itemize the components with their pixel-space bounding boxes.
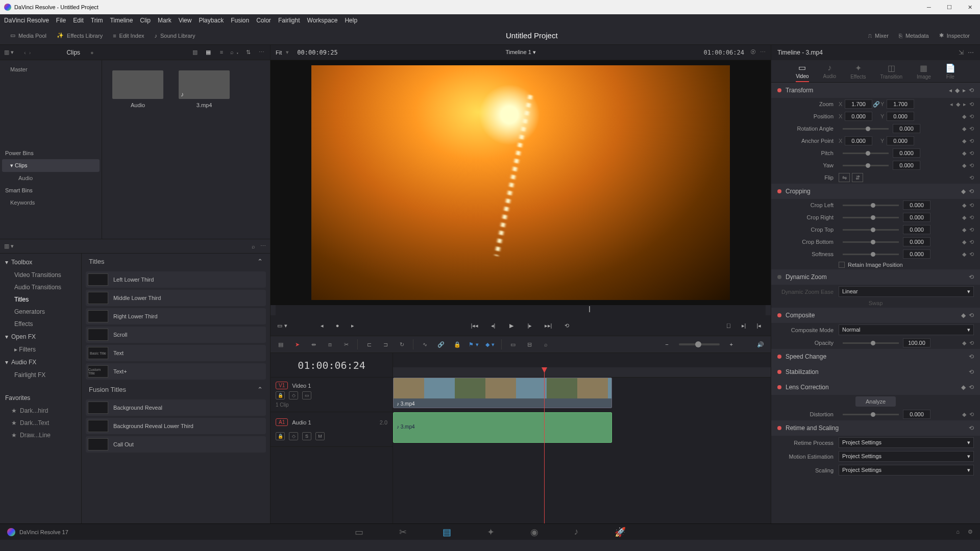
yaw-input[interactable]: 0.000 xyxy=(893,161,920,170)
favorite-item[interactable]: ★ Dark...hird xyxy=(0,405,81,417)
motion-estimation-select[interactable]: Project Settings▾ xyxy=(839,451,974,462)
minimize-button[interactable]: ─ xyxy=(919,0,939,14)
lens-correction-header[interactable]: Lens Correction◆⟲ xyxy=(771,380,980,395)
menu-color[interactable]: Color xyxy=(256,17,271,24)
menu-edit[interactable]: Edit xyxy=(73,17,84,24)
crop-top-slider[interactable] xyxy=(843,229,899,231)
crop-top-input[interactable]: 0.000 xyxy=(903,225,930,234)
menu-trim[interactable]: Trim xyxy=(91,17,103,24)
bypass-icon[interactable]: ⦿ xyxy=(750,49,756,56)
smart-bins-header[interactable]: Smart Bins xyxy=(0,184,102,196)
next-kf-icon[interactable]: ▸ xyxy=(963,87,966,94)
list-view-icon[interactable]: ≡ xyxy=(217,49,226,56)
zoom-fit-button[interactable]: Fit xyxy=(276,49,282,56)
disable-video-icon[interactable]: ▭ xyxy=(302,391,311,399)
crop-left-slider[interactable] xyxy=(843,205,899,206)
deliver-page-icon[interactable]: 🚀 xyxy=(615,527,626,538)
linked-selection-icon[interactable]: 🔗 xyxy=(436,341,446,348)
transform-header[interactable]: Transform◂◆▸⟲ xyxy=(771,83,980,98)
step-fwd-icon[interactable]: |▸ xyxy=(524,320,535,331)
title-item[interactable]: Background Reveal xyxy=(86,399,266,416)
expand-icon[interactable]: ⇲ xyxy=(959,49,964,56)
timeline-view-icon[interactable]: ▤ xyxy=(276,341,286,348)
loop-icon[interactable]: ⟲ xyxy=(561,320,572,331)
zoom-minus-icon[interactable]: − xyxy=(665,341,668,347)
media-pool-grid[interactable]: Audio 3.mp4 xyxy=(102,60,270,239)
crop-softness-input[interactable]: 0.000 xyxy=(903,249,930,259)
zoom-plus-icon[interactable]: + xyxy=(730,341,733,347)
fairlight-page-icon[interactable]: ♪ xyxy=(574,527,579,538)
crop-left-input[interactable]: 0.000 xyxy=(903,201,930,210)
reset-icon[interactable]: ⟲ xyxy=(969,87,974,94)
pitch-input[interactable]: 0.000 xyxy=(893,148,920,158)
bin-keywords[interactable]: Keywords xyxy=(0,196,102,209)
source-timecode[interactable]: 00:00:09:25 xyxy=(297,49,337,56)
fx-titles[interactable]: Titles xyxy=(0,293,81,306)
position-lock-icon[interactable]: 🔒 xyxy=(452,341,462,348)
tab-file[interactable]: 📄File xyxy=(945,60,955,82)
next-edit-icon[interactable]: ▸ xyxy=(347,320,358,331)
menu-workspace[interactable]: Workspace xyxy=(307,17,338,24)
marker-icon[interactable]: ◆ ▾ xyxy=(485,341,495,348)
overlay-icon[interactable]: ▭ ▾ xyxy=(277,320,288,331)
audio-track-header[interactable]: A1Audio 12.0 🔒 ◇ S M xyxy=(271,412,393,447)
title-item[interactable]: Basic TitleText xyxy=(86,345,266,361)
dual-viewer-icon[interactable]: ▭ xyxy=(508,341,518,348)
title-item[interactable]: Middle Lower Third xyxy=(86,290,266,306)
audiofx-header[interactable]: ▾ Audio FX xyxy=(0,356,81,369)
playhead[interactable] xyxy=(544,367,545,523)
auto-select-icon[interactable]: ◇ xyxy=(289,391,298,399)
record-timecode[interactable]: 01:00:06:24 xyxy=(704,49,744,56)
lock-track-icon[interactable]: 🔒 xyxy=(276,391,285,399)
dynamic-zoom-header[interactable]: Dynamic Zoom⟲ xyxy=(771,269,980,285)
menu-davinci[interactable]: DaVinci Resolve xyxy=(4,17,49,24)
inspector-button[interactable]: ✱ Inspector xyxy=(934,30,975,41)
media-item-folder[interactable]: Audio xyxy=(112,70,163,229)
options-icon[interactable]: ⋯ xyxy=(260,243,266,249)
project-settings-icon[interactable]: ⚙ xyxy=(968,529,973,535)
lock-track-icon[interactable]: 🔒 xyxy=(276,432,285,440)
menu-fairlight[interactable]: Fairlight xyxy=(278,17,300,24)
search-icon[interactable]: ⌕ ▾ xyxy=(230,49,239,56)
crop-bottom-slider[interactable] xyxy=(843,241,899,243)
sort-icon[interactable]: ⇅ xyxy=(243,49,253,56)
options-icon[interactable]: ⋯ xyxy=(968,49,974,56)
ease-select[interactable]: Linear▾ xyxy=(839,286,974,297)
prev-edit-icon[interactable]: ◂ xyxy=(316,320,328,331)
metadata-button[interactable]: ⎘ Metadata xyxy=(894,30,934,41)
rotation-slider[interactable] xyxy=(843,128,889,130)
next-kf-icon[interactable]: ▸ xyxy=(963,101,966,108)
snapping-icon[interactable]: ∿ xyxy=(420,341,430,348)
fx-effects[interactable]: Effects xyxy=(0,318,81,330)
color-page-icon[interactable]: ◉ xyxy=(530,527,538,538)
composite-mode-select[interactable]: Normal▾ xyxy=(839,324,974,335)
scaling-select[interactable]: Project Settings▾ xyxy=(839,465,974,475)
timeline-name[interactable]: Timeline 1 ▾ xyxy=(505,49,535,56)
composite-header[interactable]: Composite◆⟲ xyxy=(771,308,980,323)
media-page-icon[interactable]: ▭ xyxy=(355,527,363,538)
media-item-video[interactable]: 3.mp4 xyxy=(179,70,230,229)
trim-tool-icon[interactable]: ⇹ xyxy=(308,341,318,348)
menu-view[interactable]: View xyxy=(179,17,192,24)
opacity-slider[interactable] xyxy=(843,342,899,344)
zoom-slider[interactable] xyxy=(679,343,720,345)
pos-x-input[interactable]: 0.000 xyxy=(845,112,872,121)
panel-menu-icon[interactable]: ▥ ▾ xyxy=(4,49,14,56)
flip-h-button[interactable]: ⇋ xyxy=(839,173,850,182)
mixer-button[interactable]: ⎍ Mixer xyxy=(863,30,894,41)
prev-kf-icon[interactable]: ◂ xyxy=(950,101,953,108)
timeline-ruler[interactable] xyxy=(393,367,771,378)
zoom-out-icon[interactable]: ⊟ xyxy=(524,341,534,348)
retime-scaling-header[interactable]: Retime and Scaling⟲ xyxy=(771,420,980,436)
replace-clip-icon[interactable]: ↻ xyxy=(397,341,407,348)
step-back-icon[interactable]: ◂| xyxy=(487,320,499,331)
title-item[interactable]: Background Reveal Lower Third xyxy=(86,418,266,434)
crop-softness-slider[interactable] xyxy=(843,254,899,255)
swap-button[interactable]: Swap xyxy=(869,300,883,306)
crop-right-slider[interactable] xyxy=(843,217,899,218)
crop-bottom-input[interactable]: 0.000 xyxy=(903,237,930,246)
rotation-input[interactable]: 0.000 xyxy=(893,124,920,133)
distortion-input[interactable]: 0.000 xyxy=(903,410,930,419)
insert-clip-icon[interactable]: ⊏ xyxy=(364,341,374,348)
retime-process-select[interactable]: Project Settings▾ xyxy=(839,437,974,448)
